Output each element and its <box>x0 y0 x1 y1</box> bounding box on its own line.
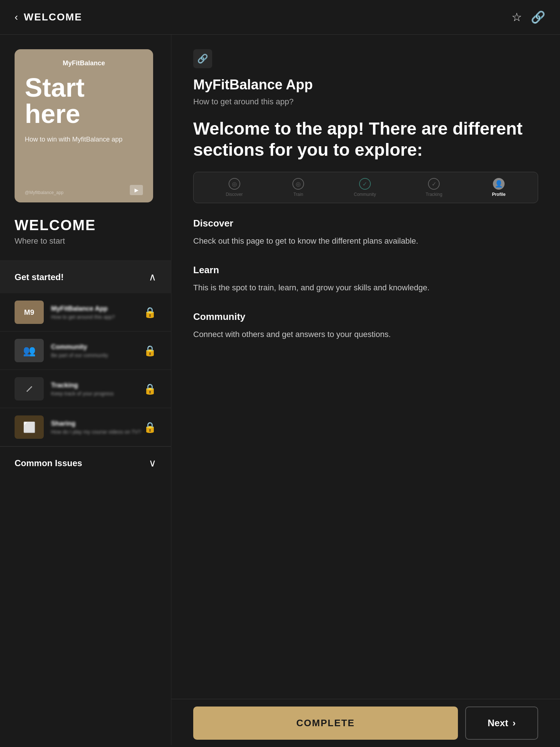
item-thumb-myfitbalance: M9 <box>15 301 44 324</box>
header-title: WELCOME <box>24 11 82 23</box>
lock-icon: 🔒 <box>144 345 156 357</box>
item-thumb-sharing: ⬜ <box>15 415 44 439</box>
section-learn-body: This is the spot to train, learn, and gr… <box>193 282 538 294</box>
item-name: Community <box>51 343 156 351</box>
bookmark-button[interactable]: ☆ <box>512 10 522 24</box>
back-button[interactable]: ‹ <box>15 11 18 23</box>
get-started-header[interactable]: Get started! ∧ <box>0 261 171 293</box>
content-link-icon: 🔗 <box>193 49 212 68</box>
accordion-items-list: M9 MyFitBalance App How to get around th… <box>0 293 171 446</box>
item-text: Community Be part of our community <box>51 343 156 358</box>
sidebar-hero: MyFitBalance Start here How to win with … <box>0 49 171 217</box>
get-started-accordion: Get started! ∧ M9 MyFitBalance App How t… <box>0 260 171 446</box>
sidebar-section-title: WELCOME <box>0 217 171 236</box>
bottom-action-bar: COMPLETE Next › <box>171 699 560 747</box>
link-button[interactable]: 🔗 <box>531 10 545 24</box>
main-layout: MyFitBalance Start here How to win with … <box>0 35 560 745</box>
lock-icon: 🔒 <box>144 306 156 318</box>
header-actions: ☆ 🔗 <box>512 10 545 24</box>
lock-icon: 🔒 <box>144 421 156 433</box>
complete-button[interactable]: COMPLETE <box>193 707 458 740</box>
profile-nav-icon: 👤 <box>493 178 505 190</box>
section-learn-heading: Learn <box>193 264 538 276</box>
item-text: MyFitBalance App How to get around this … <box>51 305 156 320</box>
hero-card-watermark: @Myfitbalance_app <box>25 190 63 195</box>
item-desc: Keep track of your progress <box>51 391 156 396</box>
nav-preview-profile: 👤 Profile <box>492 178 505 197</box>
nav-preview: ◎ Discover ◎ Train ✓ Community ✓ Trackin… <box>193 172 538 203</box>
hero-card-brand: MyFitBalance <box>25 59 143 67</box>
item-name: MyFitBalance App <box>51 305 156 313</box>
hero-card-title: Start here <box>25 74 143 127</box>
link-symbol: 🔗 <box>197 54 208 64</box>
discover-nav-label: Discover <box>226 192 243 197</box>
list-item[interactable]: ⬜ Sharing How do I play my course videos… <box>0 408 171 446</box>
common-issues-accordion: Common Issues ∨ <box>0 446 171 479</box>
item-name: Tracking <box>51 382 156 389</box>
community-nav-icon: ✓ <box>359 178 371 190</box>
get-started-chevron: ∧ <box>149 271 156 283</box>
next-button[interactable]: Next › <box>465 707 538 740</box>
hero-card-subtitle: How to win with MyfitBalance app <box>25 136 143 143</box>
content-area: 🔗 MyFitBalance App How to get around thi… <box>171 35 560 745</box>
item-thumb-community: 👥 <box>15 339 44 362</box>
next-chevron-icon: › <box>513 717 516 729</box>
train-nav-icon: ◎ <box>292 178 304 190</box>
header-left: ‹ WELCOME <box>15 11 82 23</box>
nav-preview-train: ◎ Train <box>292 178 304 197</box>
hero-card: MyFitBalance Start here How to win with … <box>15 49 153 202</box>
item-desc: Be part of our community <box>51 352 156 358</box>
lock-icon: 🔒 <box>144 383 156 395</box>
item-text: Tracking Keep track of your progress <box>51 382 156 396</box>
common-issues-header[interactable]: Common Issues ∨ <box>0 447 171 479</box>
tracking-nav-icon: ✓ <box>428 178 440 190</box>
discover-nav-icon: ◎ <box>229 178 240 190</box>
section-community-heading: Community <box>193 311 538 322</box>
header: ‹ WELCOME ☆ 🔗 <box>0 0 560 35</box>
item-desc: How do I play my course videos on TV? <box>51 429 156 435</box>
common-issues-chevron: ∨ <box>149 457 156 469</box>
nav-preview-community: ✓ Community <box>354 178 376 197</box>
item-desc: How to get around this app? <box>51 314 156 320</box>
common-issues-title: Common Issues <box>15 458 82 468</box>
sidebar: MyFitBalance Start here How to win with … <box>0 35 171 745</box>
profile-nav-label: Profile <box>492 192 505 197</box>
nav-preview-discover: ◎ Discover <box>226 178 243 197</box>
nav-preview-tracking: ✓ Tracking <box>426 178 443 197</box>
video-icon: ▶ <box>130 185 143 195</box>
get-started-title: Get started! <box>15 272 64 282</box>
list-item[interactable]: 👥 Community Be part of our community 🔒 <box>0 332 171 370</box>
section-discover-heading: Discover <box>193 218 538 229</box>
list-item[interactable]: M9 MyFitBalance App How to get around th… <box>0 293 171 332</box>
item-text: Sharing How do I play my course videos o… <box>51 420 156 435</box>
item-thumb-tracking: ⟋ <box>15 377 44 400</box>
train-nav-label: Train <box>293 192 303 197</box>
next-label: Next <box>487 717 508 729</box>
list-item[interactable]: ⟋ Tracking Keep track of your progress 🔒 <box>0 370 171 408</box>
sidebar-section-subtitle: Where to start <box>0 236 171 260</box>
section-community-body: Connect with others and get answers to y… <box>193 328 538 340</box>
item-name: Sharing <box>51 420 156 427</box>
section-discover-body: Check out this page to get to know the d… <box>193 235 538 247</box>
content-app-subtitle: How to get around this app? <box>193 97 538 107</box>
tracking-nav-label: Tracking <box>426 192 443 197</box>
community-nav-label: Community <box>354 192 376 197</box>
content-app-title: MyFitBalance App <box>193 77 538 93</box>
content-welcome-text: Welcome to the app! There are different … <box>193 118 538 160</box>
